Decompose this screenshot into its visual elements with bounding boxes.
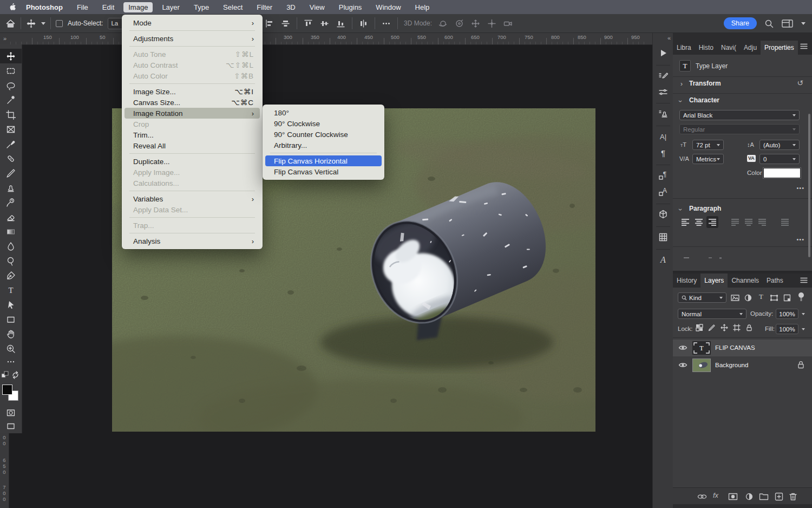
move-tool-preset-icon[interactable] xyxy=(26,18,36,29)
tab-paths[interactable]: Paths xyxy=(763,273,787,288)
collapse-dock-icon[interactable]: « xyxy=(667,35,671,41)
clone-stamp-tool[interactable] xyxy=(0,180,22,195)
layer-comps-panel-icon[interactable] xyxy=(653,230,673,245)
eraser-tool[interactable] xyxy=(0,210,22,224)
actions-panel-icon[interactable] xyxy=(653,45,673,61)
type-layer-thumbnail[interactable]: T xyxy=(692,341,711,355)
align-right-button[interactable] xyxy=(706,216,718,228)
justify-last-left-button[interactable] xyxy=(729,216,741,228)
layer-row-background[interactable]: Background xyxy=(673,357,812,374)
align-center-button[interactable] xyxy=(693,216,705,228)
menu-type[interactable]: Type xyxy=(189,2,214,12)
menu-item-canvas-size[interactable]: Canvas Size... ⌥⌘C › xyxy=(125,97,260,108)
frame-tool[interactable] xyxy=(0,122,22,136)
menu-item-image-size[interactable]: Image Size... ⌥⌘I › xyxy=(125,86,260,97)
horizontal-ruler[interactable]: 1501005003003504004505005506006507007508… xyxy=(10,32,652,45)
filter-smart-objects-icon[interactable] xyxy=(782,293,792,303)
auto-select-checkbox[interactable] xyxy=(56,20,63,27)
menu-photoshop[interactable]: Photoshop xyxy=(21,2,68,12)
filter-toggle[interactable] xyxy=(798,291,804,302)
layer-style-fx-icon[interactable]: fx xyxy=(713,491,724,502)
workspace-switcher-icon[interactable] xyxy=(781,18,794,29)
move-tool[interactable] xyxy=(0,49,22,63)
submenu-item-flip-canvas-horizontal[interactable]: Flip Canvas Horizontal › xyxy=(265,155,382,166)
menu-image[interactable]: Image xyxy=(123,2,153,12)
tool-preset-chevron-icon[interactable] xyxy=(41,22,45,25)
submenu-item-flip-canvas-vertical[interactable]: Flip Canvas Vertical › xyxy=(265,166,382,177)
lock-image-pixels-icon[interactable] xyxy=(708,324,716,334)
3d-pan-icon[interactable] xyxy=(470,18,481,29)
brushes-panel-icon[interactable] xyxy=(653,84,673,100)
menu-help[interactable]: Help xyxy=(410,2,435,12)
clone-source-panel-icon[interactable] xyxy=(653,106,673,121)
delete-layer-icon[interactable] xyxy=(788,491,798,502)
filter-adjustment-layers-icon[interactable] xyxy=(743,293,753,303)
tab-history[interactable]: History xyxy=(673,273,700,288)
3d-panel-icon[interactable] xyxy=(653,207,673,222)
paragraph-panel-icon[interactable]: ¶ xyxy=(653,145,673,160)
screen-mode-button[interactable] xyxy=(0,419,22,433)
vertical-ruler[interactable]: 0 06 5 07 0 0 xyxy=(0,433,9,508)
paragraph-chevron-icon[interactable]: › xyxy=(677,209,684,211)
menu-item-mode[interactable]: Mode › xyxy=(125,17,260,28)
menu-item-trap[interactable]: Trap... › xyxy=(125,220,260,231)
lock-position-icon[interactable] xyxy=(721,324,728,334)
menu-plugins[interactable]: Plugins xyxy=(334,2,367,12)
rectangular-marquee-tool[interactable] xyxy=(0,63,22,78)
menu-item-crop[interactable]: Crop › xyxy=(125,119,260,129)
tab-properties[interactable]: Properties xyxy=(761,41,798,55)
menu-item-auto-contrast[interactable]: Auto Contrast ⌥⇧⌘L › xyxy=(125,60,260,70)
3d-dolly-camera-icon[interactable] xyxy=(503,18,513,29)
menu-item-apply-image[interactable]: Apply Image... › xyxy=(125,167,260,178)
add-layer-mask-icon[interactable] xyxy=(728,491,738,502)
share-button[interactable]: Share xyxy=(724,17,757,29)
distribute-top-edges-icon[interactable] xyxy=(303,18,313,29)
lasso-tool[interactable] xyxy=(0,78,22,93)
lock-all-icon[interactable] xyxy=(745,324,753,334)
submenu-item-arbitrary[interactable]: Arbitrary... › xyxy=(265,140,382,151)
blend-mode-select[interactable]: Normal xyxy=(678,309,746,319)
layer-filter-kind-select[interactable]: Kind xyxy=(678,292,726,303)
tab-adju[interactable]: Adju xyxy=(740,41,761,55)
submenu-item-90-counter-clockwise[interactable]: 90° Counter Clockwise › xyxy=(265,129,382,140)
spot-healing-brush-tool[interactable] xyxy=(0,151,22,166)
crop-tool[interactable] xyxy=(0,107,22,122)
paragraph-styles-panel-icon[interactable]: ¶ xyxy=(653,168,673,183)
submenu-item-90-clockwise[interactable]: 90° Clockwise › xyxy=(265,118,382,129)
character-styles-panel-icon[interactable]: A xyxy=(653,184,673,199)
font-size-select[interactable]: 72 pt xyxy=(692,140,724,150)
edit-toolbar-icon[interactable] xyxy=(0,356,22,368)
toolbar-expand-icon[interactable]: » xyxy=(0,32,10,44)
layers-panel-menu-icon[interactable] xyxy=(800,276,808,285)
character-chevron-icon[interactable]: › xyxy=(677,100,684,102)
path-selection-tool[interactable] xyxy=(0,297,22,312)
character-panel-icon[interactable]: A| xyxy=(653,129,673,144)
quick-mask-button[interactable] xyxy=(0,405,22,420)
new-adjustment-layer-icon[interactable] xyxy=(744,491,755,502)
character-more-options-icon[interactable]: ••• xyxy=(796,185,804,191)
tab-channels[interactable]: Channels xyxy=(728,273,763,288)
menu-3d[interactable]: 3D xyxy=(281,2,300,12)
dodge-tool[interactable] xyxy=(0,253,22,268)
fill-value[interactable]: 100% xyxy=(776,324,798,334)
layer-name[interactable]: Background xyxy=(715,362,748,368)
menu-filter[interactable]: Filter xyxy=(252,2,277,12)
zoom-tool[interactable] xyxy=(0,341,22,356)
menu-select[interactable]: Select xyxy=(218,2,247,12)
leading-select[interactable]: (Auto) xyxy=(759,140,800,150)
menu-item-trim[interactable]: Trim... › xyxy=(125,129,260,140)
menu-file[interactable]: File xyxy=(72,2,93,12)
brush-settings-panel-icon[interactable] xyxy=(653,68,673,83)
tab-layers[interactable]: Layers xyxy=(700,273,728,288)
tab-navi[interactable]: Navi( xyxy=(717,41,740,55)
menu-item-duplicate[interactable]: Duplicate... › xyxy=(125,156,260,167)
background-layer-thumbnail[interactable] xyxy=(692,359,711,372)
new-layer-icon[interactable] xyxy=(774,491,784,502)
pen-tool[interactable] xyxy=(0,268,22,283)
align-vertical-centers-icon[interactable] xyxy=(280,18,291,29)
home-icon[interactable] xyxy=(5,18,16,29)
menu-item-apply-data-set[interactable]: Apply Data Set... › xyxy=(125,204,260,215)
new-group-icon[interactable] xyxy=(758,491,769,502)
opacity-value[interactable]: 100% xyxy=(776,309,798,319)
menu-item-reveal-all[interactable]: Reveal All › xyxy=(125,140,260,151)
